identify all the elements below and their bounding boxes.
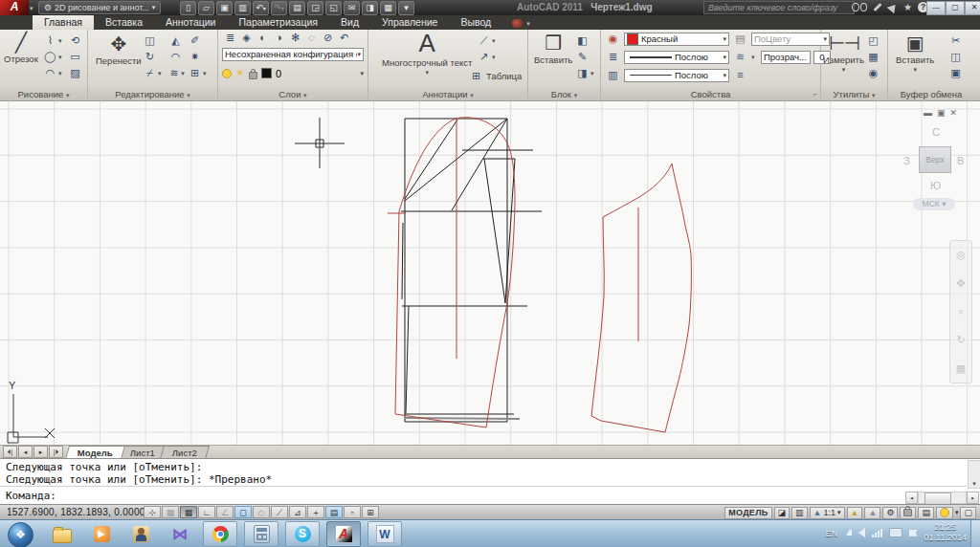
showmotion-icon[interactable]: ▦	[956, 362, 966, 375]
scrollbar-track[interactable]	[918, 492, 967, 504]
first-tab-icon[interactable]: ⏴|	[3, 446, 17, 458]
chevron-down-icon[interactable]: ▾	[58, 37, 65, 45]
next-tab-icon[interactable]: ▸	[33, 446, 48, 458]
rectangle-icon[interactable]: ▭	[67, 50, 83, 64]
mirror-icon[interactable]: ◭	[167, 33, 184, 48]
layer-thaw-icon[interactable]: ☀	[235, 67, 245, 79]
chevron-down-icon[interactable]: ▾	[158, 70, 165, 77]
dimension-icon[interactable]: ⟋	[476, 33, 492, 48]
grid-display-toggle[interactable]: ▦	[180, 506, 197, 518]
pattern-right-outline[interactable]	[591, 164, 691, 432]
layout-tab-Лист2[interactable]: Лист2	[160, 446, 210, 459]
define-attributes-icon[interactable]: ◨	[574, 66, 590, 80]
layer-match-icon[interactable]: ◈	[238, 31, 255, 45]
drawing-canvas[interactable]: Y ▬ ▣ ✕ С З Верх В Ю МСК ▾ ◎ ✥ ⌕ ↻ ▦	[0, 100, 980, 445]
transparency-toggle[interactable]: ▫	[344, 506, 361, 518]
paste-button[interactable]: ▣ Вставить ▾	[896, 33, 934, 74]
close-drawing-icon[interactable]: ✕	[950, 109, 958, 118]
construction-dart-left[interactable]	[484, 159, 505, 303]
panel-label-properties[interactable]: Свойства⌐	[601, 88, 821, 100]
dialog-launcher-icon[interactable]: ⌐	[813, 88, 817, 100]
table-button[interactable]: ⊞ Таблица	[468, 69, 522, 83]
layer-properties-icon[interactable]: ≣	[222, 31, 238, 45]
paste-special-icon[interactable]: ▣	[947, 66, 964, 80]
show-desktop-button[interactable]	[970, 520, 980, 547]
taskbar-calculator[interactable]	[244, 521, 278, 547]
polyline-icon[interactable]: ⌇	[42, 33, 58, 48]
quick-calc-icon[interactable]: ▦	[865, 50, 881, 64]
panel-label-draw[interactable]: Рисование ▾	[0, 88, 88, 100]
save-as-icon[interactable]: ▥	[234, 1, 251, 15]
trim-icon[interactable]: ⌿	[142, 66, 158, 80]
plot-icon[interactable]: ▤	[289, 1, 305, 15]
command-vertical-scrollbar[interactable]: ▾	[968, 460, 980, 489]
ribbon-tab-Аннотации[interactable]: Аннотации	[154, 14, 228, 30]
open-file-icon[interactable]: ▱	[198, 1, 214, 15]
properties-list-icon[interactable]: ≡	[732, 68, 748, 82]
layout-tab-Модель[interactable]: Модель	[65, 446, 125, 459]
lineweight-dropdown[interactable]: Послою ▾	[624, 51, 729, 64]
logo-dropdown-icon[interactable]: ▾	[30, 5, 33, 12]
polar-tracking-toggle[interactable]: ∠	[216, 506, 234, 518]
command-prompt[interactable]: Команда:	[6, 490, 56, 502]
copy-clip-icon[interactable]: ◫	[947, 50, 964, 64]
toolbar-lock-icon[interactable]	[900, 507, 916, 519]
plot-preview-icon[interactable]: ◲	[307, 1, 323, 15]
ribbon-tab-Вид[interactable]: Вид	[329, 14, 370, 30]
ortho-mode-toggle[interactable]: ∟	[198, 506, 215, 518]
clean-screen-icon[interactable]: ▢	[960, 507, 976, 519]
taskbar-word[interactable]: W	[368, 521, 402, 547]
last-tab-icon[interactable]: |⏵	[49, 446, 63, 458]
lineweight-list-icon[interactable]: ≣	[605, 50, 621, 64]
cleanscreen-bulb-icon[interactable]	[936, 507, 953, 519]
start-button[interactable]: ❖	[8, 522, 33, 547]
annotation-visibility-icon[interactable]: ▲	[847, 507, 863, 519]
scroll-left-icon[interactable]: ◂	[905, 492, 918, 504]
object-snap-tracking-toggle[interactable]: ⟋	[271, 506, 288, 518]
volume-icon[interactable]	[858, 528, 865, 537]
minimize-drawing-icon[interactable]: ▬	[924, 109, 932, 118]
3d-object-snap-toggle[interactable]: ◇	[253, 506, 270, 518]
pattern-left-outline[interactable]	[395, 118, 515, 427]
prev-tab-icon[interactable]: ◂	[18, 446, 33, 458]
insert-block-button[interactable]: ❒ Вставить	[534, 33, 572, 65]
object-color-dropdown[interactable]: Красный ▾	[624, 33, 729, 46]
erase-icon[interactable]: ✐	[187, 33, 203, 48]
measure-button[interactable]: ⊢⊣ Измерить ▾	[823, 33, 864, 74]
taskbar-skype[interactable]: S	[285, 521, 320, 547]
array-icon[interactable]: ⊞	[187, 66, 203, 80]
ucs-x-cross[interactable]	[45, 428, 55, 438]
layer-off-icon[interactable]: ◌	[303, 31, 320, 45]
viewcube-south[interactable]: Ю	[930, 180, 941, 191]
panel-label-clipboard[interactable]: Буфер обмена	[888, 88, 974, 100]
model-space-button[interactable]: МОДЕЛЬ	[724, 507, 771, 519]
ribbon-tab-Параметризация[interactable]: Параметризация	[228, 14, 330, 30]
ribbon-tab-Вывод[interactable]: Вывод	[449, 14, 502, 30]
create-block-icon[interactable]: ◧	[574, 33, 590, 48]
pan-icon[interactable]: ✥	[956, 277, 965, 290]
favorites-star-icon[interactable]: ★	[903, 2, 912, 12]
infer-constraints-toggle[interactable]: ⊹	[144, 506, 161, 518]
line-button[interactable]: ╱ Отрезок	[4, 32, 38, 64]
viewcube-north[interactable]: С	[932, 126, 940, 138]
point-id-icon[interactable]: ◉	[865, 66, 881, 80]
search-input[interactable]: Введите ключевое слово/фразу	[703, 1, 855, 14]
dynamic-input-toggle[interactable]: ＋	[307, 506, 324, 518]
construction-side-seg2[interactable]	[406, 306, 409, 413]
save-icon[interactable]: ▣	[216, 1, 233, 15]
layer-freeze-icon[interactable]: ✻	[287, 31, 303, 45]
layer-unlock-icon[interactable]	[249, 72, 257, 79]
layer-previous-icon[interactable]: ↶	[336, 31, 352, 45]
chevron-down-icon[interactable]: ▾	[203, 70, 210, 77]
move-button[interactable]: ✥ Перенести	[96, 33, 142, 66]
mtext-button[interactable]: A Многострочный текст ▾	[382, 30, 472, 77]
layer-dropdown[interactable]: ☀ 0 ▾	[222, 67, 364, 79]
render-icon[interactable]: ◨	[362, 1, 378, 15]
layer-unisolate-icon[interactable]: ◑	[271, 31, 287, 45]
minimize-button[interactable]: —	[926, 1, 946, 15]
autoscale-icon[interactable]: ▲	[864, 507, 880, 519]
layout-icon[interactable]: ▥	[791, 507, 808, 519]
clock[interactable]: 21:25 01.11.2014	[924, 522, 967, 544]
color-wheel-icon[interactable]: ◉	[605, 32, 621, 46]
viewcube-top[interactable]: Верх	[919, 146, 951, 173]
